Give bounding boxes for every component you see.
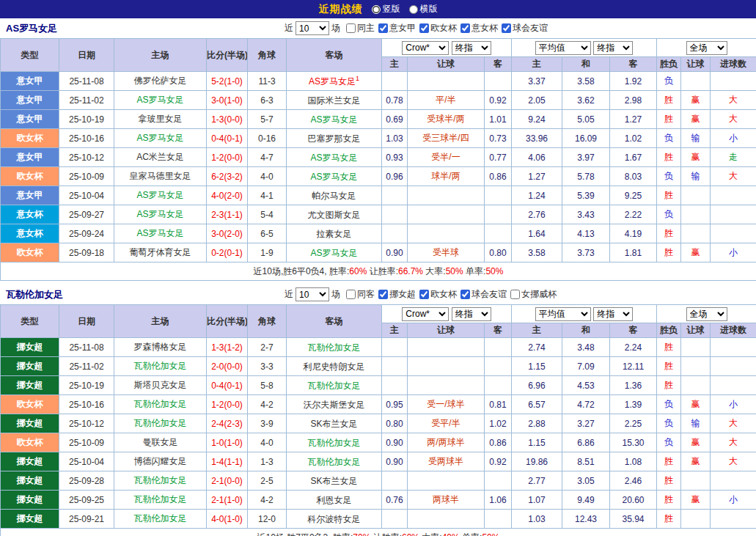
home-team[interactable]: 皇家马德里女足 [114,167,207,186]
away-team[interactable]: SK布兰女足 [287,414,382,433]
home-team[interactable]: AS罗马女足 [114,129,207,148]
away-team[interactable]: SK布兰女足 [287,471,382,491]
euro-odds-time-select[interactable]: 终指 [593,41,633,55]
avg-home-odds: 3.37 [512,72,562,91]
col-header-date: 日期 [59,305,114,338]
away-team[interactable]: AS罗马女足 [287,148,382,167]
home-team[interactable]: AS罗马女足 [114,205,207,224]
league-filter-checkbox[interactable]: 同客 [346,288,375,301]
recent-count-select[interactable]: 10 [296,287,329,301]
fulltime-select[interactable]: 全场 [686,307,727,321]
summary-segment: 让胜率: [370,532,402,536]
euro-odds-source-select[interactable]: 平均值 [535,307,591,321]
horizontal-radio-input[interactable] [409,5,418,14]
home-team[interactable]: 瓦勒伦加女足 [114,471,207,491]
avg-home-odds: 1.64 [512,224,562,243]
avg-draw-odds: 4.53 [562,376,610,395]
away-team[interactable]: AS罗马女足1 [287,72,382,91]
away-team[interactable]: 利尼史特朗女足 [287,357,382,376]
checkbox-label: 女挪威杯 [521,288,557,301]
handicap-line: 受半球 [408,243,485,263]
handicap-result: 赢 [681,243,711,263]
odds-time-select[interactable]: 终指 [452,307,491,321]
win-lose-result: 胜 [657,376,681,395]
away-team[interactable]: 瓦勒伦加女足 [287,376,382,395]
league-filter-checkbox[interactable]: 欧女杯 [419,22,457,34]
layout-radio-horizontal[interactable]: 横版 [409,3,438,15]
home-team[interactable]: 瓦勒伦加女足 [114,357,207,376]
layout-radio-vertical[interactable]: 竖版 [372,3,400,15]
euro-odds-time-select[interactable]: 终指 [593,307,633,321]
games-label: 场 [331,288,340,301]
checkbox-input[interactable] [378,23,388,33]
away-team[interactable]: 国际米兰女足 [287,91,382,110]
home-team[interactable]: 瓦勒伦加女足 [114,395,207,414]
away-team[interactable]: 帕尔马女足 [287,186,382,205]
league-filter-checkbox[interactable]: 意女杯 [460,22,498,34]
home-team[interactable]: 瓦勒伦加女足 [114,510,207,529]
score: 2-4(2-3) [207,414,248,433]
checkbox-input[interactable] [510,290,520,299]
away-team[interactable]: 尤文图斯女足 [287,205,382,224]
col-header-handicap: 让球 [408,323,485,338]
col-header-e-home: 主 [512,323,562,338]
away-team[interactable]: 瓦勒伦加女足 [287,433,382,452]
fulltime-select[interactable]: 全场 [686,41,727,55]
away-team[interactable]: AS罗马女足 [287,243,382,263]
checkbox-input[interactable] [502,23,511,33]
home-team[interactable]: 葡萄牙体育女足 [114,243,207,263]
checkbox-input[interactable] [346,290,356,299]
away-team[interactable]: 拉素女足 [287,224,382,243]
recent-count-select[interactable]: 10 [296,21,329,35]
vertical-radio-input[interactable] [372,5,381,14]
league-filter-checkbox[interactable]: 欧女杯 [419,288,457,301]
league-filter-checkbox[interactable]: 挪女超 [378,288,416,301]
checkbox-input[interactable] [378,290,388,299]
checkbox-input[interactable] [346,23,356,33]
match-row: 挪女超 25-10-19 斯塔贝克女足 0-4(0-1) 5-8 瓦勒伦加女足 … [1,376,756,395]
away-team[interactable]: 巴塞罗那女足 [287,129,382,148]
home-team[interactable]: 斯塔贝克女足 [114,376,207,395]
home-team[interactable]: 瓦勒伦加女足 [114,414,207,433]
score: 1-4(1-1) [207,452,248,471]
euro-odds-source-select[interactable]: 平均值 [535,41,591,55]
away-team[interactable]: AS罗马女足 [287,110,382,129]
handicap-line: 受三球半/四 [408,129,485,148]
league-badge: 意女甲 [1,72,59,91]
away-team[interactable]: 利恩女足 [287,491,382,510]
odds-company-select[interactable]: Crow* [402,307,449,321]
away-team[interactable]: 科尔波特女足 [287,510,382,529]
league-filter-checkbox[interactable]: 球会友谊 [502,22,548,34]
odds-time-select[interactable]: 终指 [452,41,491,55]
home-team[interactable]: AS罗马女足 [114,224,207,243]
league-filter-checkbox[interactable]: 意女甲 [378,22,416,34]
home-team[interactable]: 拿玻里女足 [114,110,207,129]
checkbox-input[interactable] [419,23,429,33]
handicap-line: 两球半 [408,491,485,510]
checkbox-input[interactable] [460,23,470,33]
checkbox-input[interactable] [419,290,429,299]
league-filter-checkbox[interactable]: 球会友谊 [460,288,507,301]
away-team[interactable]: 瓦勒伦加女足 [287,338,382,357]
handicap-away-odds: 0.86 [485,167,512,186]
checkbox-input[interactable] [460,290,470,299]
away-team[interactable]: 瓦勒伦加女足 [287,452,382,471]
home-team[interactable]: AS罗马女足 [114,186,207,205]
home-team[interactable]: AS罗马女足 [114,91,207,110]
home-team[interactable]: 瓦勒伦加女足 [114,491,207,510]
home-team[interactable]: 佛罗伦萨女足 [114,72,207,91]
corners: 5-4 [248,205,287,224]
away-team[interactable]: AS罗马女足 [287,167,382,186]
away-team[interactable]: 沃尔夫斯堡女足 [287,395,382,414]
league-filter-checkbox[interactable]: 同主 [346,22,375,34]
col-header-e-away: 客 [610,323,657,338]
summary-segment: 近10场,胜7平0负3, [257,532,333,536]
home-team[interactable]: AC米兰女足 [114,148,207,167]
league-filter-checkbox[interactable]: 女挪威杯 [510,288,557,301]
home-team[interactable]: 博德闪耀女足 [114,452,207,471]
home-team[interactable]: 曼联女足 [114,433,207,452]
col-header-e-home: 主 [512,57,562,72]
col-header-e-draw: 和 [562,323,610,338]
odds-company-select[interactable]: Crow* [402,41,449,55]
home-team[interactable]: 罗森博格女足 [114,338,207,357]
